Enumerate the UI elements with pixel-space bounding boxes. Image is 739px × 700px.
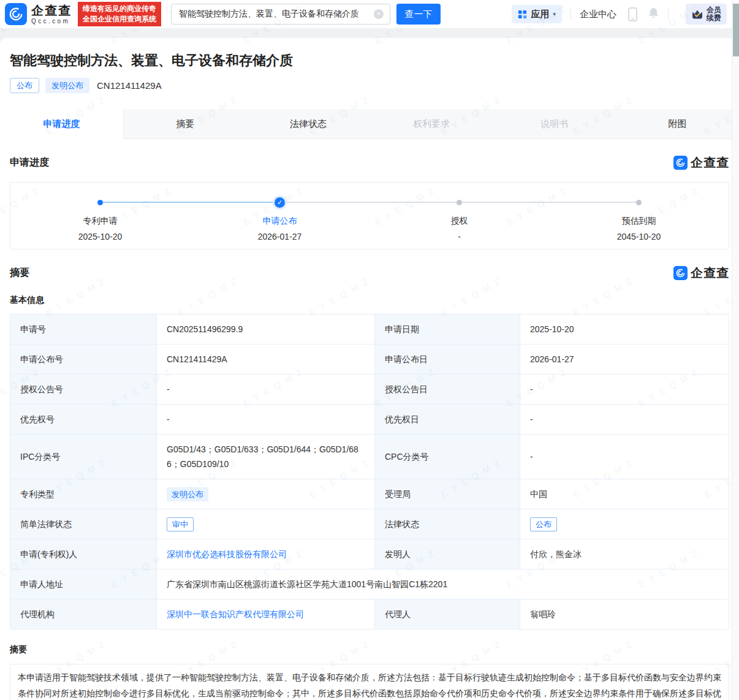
chevron-down-icon: ▾ (553, 11, 556, 17)
tab[interactable]: 申请进度 (0, 109, 124, 139)
table-row: 申请号CN202511496299.9申请日期2025-10-20 (10, 314, 729, 344)
notification-bell-icon[interactable] (648, 7, 659, 22)
abstract-box: 本申请适用于智能驾驶技术领域，提供了一种智能驾驶控制方法、装置、电子设备和存储介… (10, 664, 729, 700)
info-value: - (520, 435, 729, 479)
info-label: 优先权日 (375, 405, 520, 435)
info-label: 专利类型 (10, 479, 157, 509)
slogan-line2: 全国企业信用查询系统 (83, 14, 156, 25)
search-button[interactable]: 查一下 (396, 4, 441, 25)
tab[interactable]: 说明书 (493, 109, 616, 139)
top-nav: 应用 ▾ 企业中心 会员 续费 (512, 4, 727, 25)
abstract-text-title: 摘要 (10, 644, 729, 655)
table-row: 申请人地址广东省深圳市南山区桃源街道长源社区学苑大道1001号南山智园C1栋22… (10, 569, 729, 599)
info-label: 发明人 (375, 539, 520, 569)
search-box: × (171, 4, 390, 25)
qcc-brand-text: 企查查 (691, 154, 729, 171)
table-row: IPC分类号G05D1/43；G05D1/633；G05D1/644；G05D1… (10, 435, 729, 479)
info-value: 广东省深圳市南山区桃源街道长源社区学苑大道1001号南山智园C1栋2201 (157, 569, 729, 599)
abstract-section-title: 摘要 (10, 267, 29, 280)
timeline-step: 专利申请2025-10-20 (33, 197, 168, 242)
brand-text[interactable]: 企查查 Qcc.com (31, 4, 72, 25)
slogan-banner: 缔造有远见的商业传奇 全国企业信用查询系统 (78, 2, 161, 26)
member-renew-button[interactable]: 会员 续费 (686, 4, 727, 25)
info-label: IPC分类号 (10, 435, 157, 479)
info-label: 申请日期 (375, 314, 520, 344)
page-title: 智能驾驶控制方法、装置、电子设备和存储介质 (10, 53, 729, 69)
info-label: 授权公告日 (375, 375, 520, 405)
status-badge: 审中 (167, 517, 194, 531)
slogan-line1: 缔造有远见的商业传奇 (83, 4, 156, 14)
patent-number: CN121411429A (97, 80, 162, 91)
status-badge: 公布 (530, 517, 557, 531)
qcc-logo-icon (673, 156, 688, 170)
table-row: 专利类型发明公布受理局中国 (10, 479, 729, 509)
info-value: 公布 (520, 509, 729, 539)
info-label: 授权公告号 (10, 375, 157, 405)
step-label: 预估到期 (572, 216, 707, 227)
timeline: 专利申请2025-10-20✓申请公布2026-01-27授权-预估到期2045… (10, 182, 729, 249)
patent-badges: 公布发明公布 (10, 78, 89, 93)
qcc-logo-icon[interactable] (5, 3, 27, 25)
tab[interactable]: 附图 (616, 109, 739, 139)
info-value: 翁唱玲 (520, 599, 729, 630)
mobile-app-icon[interactable] (628, 7, 637, 21)
scrollbar-track[interactable] (732, 0, 739, 700)
step-date: - (392, 232, 527, 242)
step-label: 申请公布 (213, 216, 347, 227)
info-label: 法律状态 (375, 509, 520, 539)
info-label: 申请人地址 (10, 569, 157, 599)
basic-info-table: 申请号CN202511496299.9申请日期2025-10-20申请公布号CN… (10, 314, 729, 630)
timeline-dot: ✓ (213, 197, 347, 208)
company-link[interactable]: 深圳中一联合知识产权代理有限公司 (167, 609, 304, 619)
info-value: 2026-01-27 (520, 344, 729, 375)
timeline-step: ✓申请公布2026-01-27 (213, 197, 347, 242)
info-label: CPC分类号 (375, 435, 520, 479)
divider (570, 9, 571, 20)
member-crown-icon (691, 9, 703, 20)
abstract-section: 摘要 企查查 基本信息 申请号CN202511496299.9申请日期2025-… (10, 264, 729, 700)
patent-status-badge: 公布 (10, 78, 39, 93)
search-clear-icon[interactable]: × (374, 9, 384, 19)
timeline-step: 预估到期2045-10-20 (572, 197, 707, 242)
scrollbar-thumb[interactable] (733, 4, 739, 56)
tab[interactable]: 法律状态 (247, 109, 370, 139)
step-date: 2025-10-20 (33, 232, 168, 242)
patent-status-badge: 发明公布 (45, 78, 89, 93)
apps-button[interactable]: 应用 ▾ (512, 5, 562, 23)
info-label: 代理机构 (10, 599, 157, 630)
search-input[interactable] (178, 9, 374, 20)
info-label: 代理人 (375, 599, 520, 630)
info-label: 申请(专利权)人 (10, 539, 157, 569)
timeline-dot (572, 197, 707, 208)
timeline-dot (392, 197, 527, 208)
info-label: 优先权号 (10, 405, 157, 435)
timeline-dot-marker (636, 200, 642, 205)
tab[interactable]: 权利要求 (370, 109, 493, 139)
info-value: 审中 (157, 509, 375, 539)
timeline-step: 授权- (392, 197, 527, 242)
divider (668, 9, 669, 20)
badge-row: 公布发明公布 CN121411429A (10, 77, 729, 93)
info-value: CN202511496299.9 (157, 314, 375, 344)
member-renew-label: 会员 续费 (707, 6, 721, 22)
progress-section-title: 申请进度 (10, 156, 49, 169)
qcc-watermark-logo: 企查查 (673, 265, 729, 281)
brand-domain: Qcc.com (31, 18, 72, 25)
qcc-watermark-logo: 企查查 (673, 154, 729, 171)
info-value: 2025-10-20 (520, 314, 729, 344)
info-value: 发明公布 (157, 479, 375, 509)
enterprise-center-link[interactable]: 企业中心 (580, 9, 616, 20)
qcc-brand-text: 企查查 (691, 265, 729, 281)
info-label: 申请公布号 (10, 344, 157, 375)
company-link[interactable]: 深圳市优必选科技股份有限公司 (167, 549, 287, 559)
check-icon: ✓ (275, 197, 285, 208)
brand-name: 企查查 (31, 4, 72, 17)
step-label: 授权 (392, 216, 527, 227)
status-badge: 发明公布 (167, 487, 208, 501)
info-label: 申请号 (10, 314, 157, 344)
info-value: 深圳中一联合知识产权代理有限公司 (157, 599, 375, 630)
qcc-logo-icon (673, 266, 688, 280)
timeline-dot-marker (97, 200, 103, 205)
tab[interactable]: 摘要 (124, 109, 247, 139)
step-date: 2026-01-27 (213, 232, 347, 242)
